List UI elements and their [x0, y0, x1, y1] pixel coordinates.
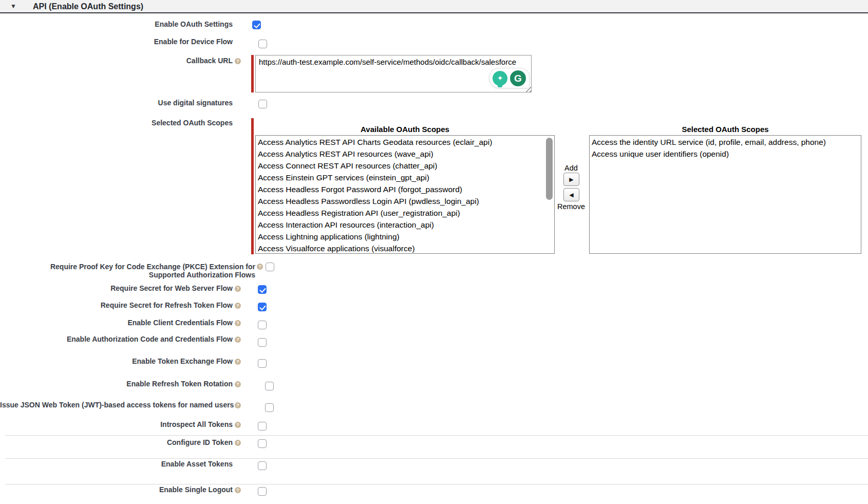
row-refresh-rotation: Enable Refresh Token Rotation ? [0, 380, 868, 391]
row-asset-tokens: Enable Asset Tokens [0, 460, 868, 471]
checkbox-web-server-secret[interactable] [258, 285, 267, 294]
checkbox-refresh-rotation[interactable] [265, 382, 274, 390]
field-label-asset-tokens: Enable Asset Tokens [0, 460, 233, 468]
field-label-pkce: Require Proof Key for Code Exchange (PKC… [0, 263, 255, 279]
field-label-refresh-rotation: Enable Refresh Token Rotation [0, 380, 233, 388]
row-pkce: Require Proof Key for Code Exchange (PKC… [0, 263, 868, 280]
help-icon[interactable]: ? [235, 487, 241, 493]
help-icon[interactable]: ? [235, 402, 241, 408]
section-divider [5, 484, 868, 484]
available-scopes-listbox[interactable]: Access Analytics REST API Charts Geodata… [255, 135, 555, 254]
section-divider [5, 458, 868, 459]
field-label-introspect: Introspect All Tokens [0, 420, 233, 428]
row-digital-signatures: Use digital signatures [0, 99, 868, 110]
help-icon[interactable]: ? [235, 303, 241, 309]
collapse-triangle-icon[interactable]: ▼ [10, 3, 16, 10]
row-token-exchange: Enable Token Exchange Flow ? [0, 357, 868, 368]
scope-option[interactable]: Access unique user identifiers (openid) [590, 148, 861, 160]
pkce-label-line2: Supported Authorization Flows [149, 271, 255, 279]
help-icon[interactable]: ? [235, 58, 241, 64]
row-refresh-token-secret: Require Secret for Refresh Token Flow ? [0, 301, 868, 312]
field-label-enable-oauth: Enable OAuth Settings [0, 20, 233, 28]
scope-option[interactable]: Access Analytics REST API Charts Geodata… [256, 136, 554, 148]
scope-option[interactable]: Access Interaction API resources (intera… [256, 219, 554, 231]
remove-button[interactable]: ◀ [563, 188, 579, 201]
field-label-digital-signatures: Use digital signatures [0, 99, 233, 107]
row-client-credentials: Enable Client Credentials Flow ? [0, 319, 868, 330]
row-configure-id-token: Configure ID Token ? [0, 438, 868, 450]
help-icon[interactable]: ? [235, 440, 241, 446]
checkbox-pkce[interactable] [266, 263, 274, 271]
scope-option[interactable]: Access Analytics REST API resources (wav… [256, 148, 554, 160]
help-icon[interactable]: ? [235, 381, 241, 387]
available-scopes-heading: Available OAuth Scopes [255, 125, 555, 134]
add-caption: Add [548, 164, 595, 172]
scope-option[interactable]: Access Headless Forgot Password API (for… [256, 183, 554, 195]
checkbox-token-exchange[interactable] [258, 359, 267, 368]
assistant-bulb-icon[interactable]: ✦ [493, 71, 507, 86]
field-label-selected-oauth-scopes: Selected OAuth Scopes [0, 119, 233, 127]
help-icon[interactable]: ? [235, 286, 241, 292]
help-icon[interactable]: ? [235, 422, 241, 428]
pkce-label-line1: Require Proof Key for Code Exchange (PKC… [50, 263, 255, 271]
field-label-device-flow: Enable for Device Flow [0, 38, 233, 46]
field-label-refresh-token-secret: Require Secret for Refresh Token Flow [0, 301, 233, 309]
grammarly-icon[interactable]: G [510, 70, 526, 86]
field-label-client-credentials: Enable Client Credentials Flow [0, 319, 233, 327]
selected-scopes-listbox[interactable]: Access the identity URL service (id, pro… [589, 135, 861, 254]
row-enable-oauth: Enable OAuth Settings [0, 20, 868, 31]
scope-option[interactable]: Access Connect REST API resources (chatt… [256, 160, 554, 172]
scope-option[interactable]: Access Visualforce applications (visualf… [256, 242, 554, 254]
field-label-single-logout: Enable Single Logout [0, 486, 233, 494]
help-icon[interactable]: ? [257, 264, 263, 270]
scope-option[interactable]: Access the identity URL service (id, pro… [590, 136, 861, 148]
section-divider [5, 435, 868, 436]
scope-option[interactable]: Access Lightning applications (lightning… [256, 231, 554, 242]
row-web-server-secret: Require Secret for Web Server Flow ? [0, 284, 868, 295]
checkbox-configure-id-token[interactable] [258, 439, 267, 448]
field-label-callback-url: Callback URL [0, 57, 233, 65]
scope-option[interactable]: Access Headless Registration API (user_r… [256, 207, 554, 219]
scope-option[interactable]: Access Einstein GPT services (einstein_g… [256, 172, 554, 183]
browser-extension-pill: ✦ G [489, 68, 530, 88]
section-title: API (Enable OAuth Settings) [33, 2, 143, 11]
checkbox-enable-oauth[interactable] [252, 21, 261, 29]
row-introspect: Introspect All Tokens ? [0, 420, 868, 432]
checkbox-asset-tokens[interactable] [258, 461, 267, 470]
checkbox-device-flow[interactable] [258, 40, 267, 48]
add-button[interactable]: ▶ [563, 173, 579, 186]
field-label-configure-id-token: Configure ID Token [0, 438, 233, 446]
required-bar [251, 118, 254, 254]
checkbox-refresh-token-secret[interactable] [258, 303, 267, 311]
checkbox-auth-code-credentials[interactable] [258, 338, 267, 347]
help-icon[interactable]: ? [235, 337, 241, 343]
checkbox-digital-signatures[interactable] [258, 100, 267, 108]
checkbox-introspect[interactable] [258, 422, 267, 431]
help-icon[interactable]: ? [235, 359, 241, 365]
row-device-flow: Enable for Device Flow [0, 38, 868, 49]
selected-scopes-heading: Selected OAuth Scopes [589, 125, 861, 134]
row-auth-code-credentials: Enable Authorization Code and Credential… [0, 335, 868, 346]
field-label-jwt-tokens: Issue JSON Web Token (JWT)-based access … [0, 401, 233, 409]
row-jwt-tokens: Issue JSON Web Token (JWT)-based access … [0, 401, 868, 412]
checkbox-client-credentials[interactable] [258, 321, 267, 329]
section-header: ▼ API (Enable OAuth Settings) [0, 0, 868, 13]
field-label-token-exchange: Enable Token Exchange Flow [0, 357, 233, 365]
checkbox-jwt-tokens[interactable] [265, 403, 274, 412]
help-icon[interactable]: ? [235, 320, 241, 326]
field-label-auth-code-credentials: Enable Authorization Code and Credential… [0, 335, 233, 343]
field-label-web-server-secret: Require Secret for Web Server Flow [0, 284, 233, 292]
row-single-logout: Enable Single Logout ? [0, 486, 868, 497]
required-bar [251, 55, 254, 92]
checkbox-single-logout[interactable] [258, 487, 267, 496]
remove-caption: Remove [548, 202, 595, 211]
scope-option[interactable]: Access Headless Passwordless Login API (… [256, 195, 554, 207]
